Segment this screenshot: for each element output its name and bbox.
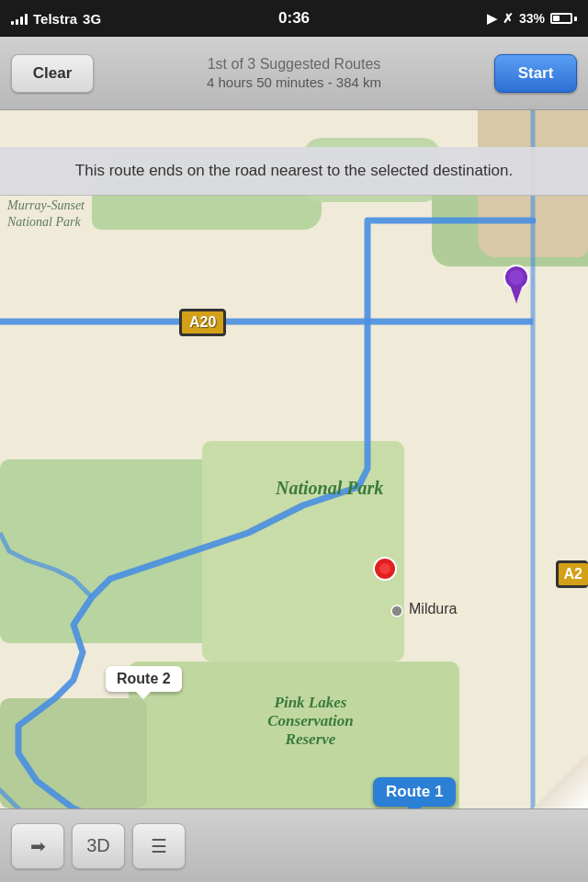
- route-1-badge[interactable]: Route 1: [373, 777, 456, 807]
- start-button[interactable]: Start: [494, 54, 577, 93]
- nav-center: 1st of 3 Suggested Routes 4 hours 50 min…: [94, 56, 494, 90]
- mildura-pin: [390, 605, 403, 621]
- park-area-5: [202, 441, 404, 662]
- list-icon: ☰: [151, 835, 167, 857]
- status-time: 0:36: [278, 9, 310, 28]
- network-type: 3G: [83, 11, 101, 27]
- nav-bar: Clear 1st of 3 Suggested Routes 4 hours …: [0, 37, 588, 110]
- location-button[interactable]: ➡: [11, 823, 64, 869]
- location-pin: [373, 557, 397, 584]
- carrier-info: Telstra 3G: [11, 11, 101, 27]
- road-sign-a20: A20: [179, 309, 226, 336]
- park-area-bottom-left: [0, 698, 147, 808]
- three-d-label: 3D: [86, 835, 110, 856]
- route-info: 1st of 3 Suggested Routes: [103, 56, 485, 73]
- route-2-badge[interactable]: Route 2: [106, 666, 182, 692]
- info-banner: This route ends on the road nearest to t…: [0, 147, 588, 196]
- location-icon: ▶: [487, 11, 497, 26]
- three-d-button[interactable]: 3D: [72, 823, 125, 869]
- battery-percent: 33%: [519, 11, 545, 26]
- clear-button[interactable]: Clear: [11, 54, 94, 93]
- location-arrow-icon: ➡: [30, 835, 46, 857]
- svg-point-7: [379, 563, 390, 574]
- signal-bars: [11, 12, 28, 25]
- svg-marker-4: [510, 285, 523, 303]
- mildura-label: Mildura: [409, 601, 457, 617]
- destination-pin: [503, 265, 529, 307]
- route-duration: 4 hours 50 minutes - 384 km: [103, 74, 485, 90]
- list-button[interactable]: ☰: [132, 823, 186, 869]
- svg-point-3: [509, 270, 524, 285]
- map[interactable]: Murray-SunsetNational Park National Park…: [0, 37, 588, 882]
- road-sign-a2-partial: A2: [556, 560, 588, 588]
- carrier-name: Telstra: [33, 11, 77, 27]
- battery-indicator: [550, 13, 577, 24]
- status-right: ▶ ✗ 33%: [487, 11, 577, 26]
- bluetooth-icon: ✗: [503, 11, 514, 26]
- murray-sunset-label: Murray-SunsetNational Park: [7, 198, 85, 231]
- bottom-toolbar: ➡ 3D ☰: [0, 808, 588, 882]
- svg-point-8: [391, 605, 402, 616]
- status-bar: Telstra 3G 0:36 ▶ ✗ 33%: [0, 0, 588, 37]
